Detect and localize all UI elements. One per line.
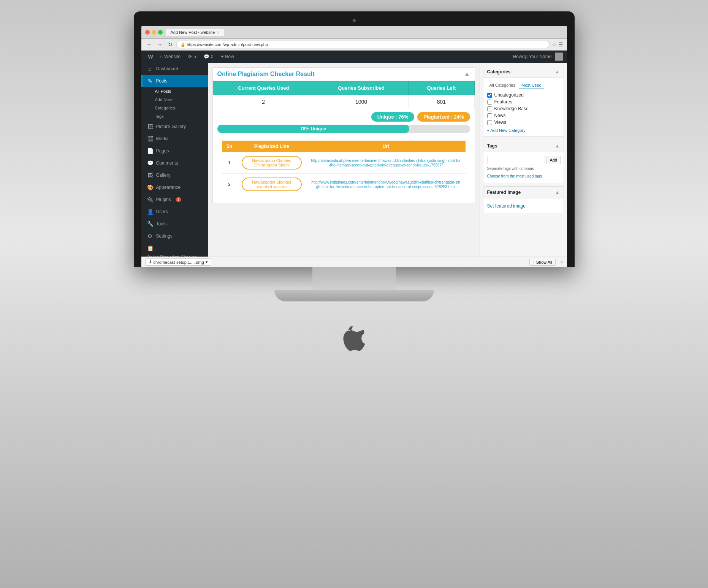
all-posts-label: All Posts	[155, 89, 171, 94]
sidebar-label-dashboard: Dashboard	[156, 66, 179, 71]
sidebar-sub-all-posts[interactable]: All Posts	[141, 87, 208, 95]
site-name-link[interactable]: ⌂ Website	[156, 51, 184, 63]
wp-logo-icon[interactable]: W	[145, 54, 156, 60]
sidebar-item-comments[interactable]: 💬 Comments	[141, 157, 208, 169]
main-panel: Online Plagiarism Checker Result ▲ Curre…	[208, 63, 480, 257]
minimize-button[interactable]	[152, 30, 156, 35]
maximize-button[interactable]	[158, 30, 163, 35]
bookmark-button[interactable]: ☆	[552, 41, 557, 48]
all-categories-tab[interactable]: All Categories	[487, 82, 518, 89]
most-used-tags-link[interactable]: Choose from the most used tags	[487, 174, 542, 178]
sidebar-item-picture-gallery[interactable]: 🖼 Picture Gallery	[141, 120, 208, 133]
set-featured-image-link[interactable]: Set featured image	[487, 203, 526, 209]
avatar	[555, 52, 563, 61]
sidebar-label-plagiarism: Online Plagiarism Checker	[147, 254, 196, 257]
sidebar-item-users[interactable]: 👤 Users	[141, 206, 208, 218]
sidebar-item-gallery[interactable]: 🖼 Gallery	[141, 169, 208, 181]
sidebar-item-dashboard[interactable]: ⌂ Dashboard	[141, 63, 208, 75]
tag-add-button[interactable]: Add	[546, 156, 561, 164]
sidebar-item-plagiarism-checker[interactable]: 📋 Online Plagiarism Checker	[141, 242, 208, 257]
sidebar-item-appearance[interactable]: 🎨 Appearance	[141, 181, 208, 193]
categories-toggle-icon[interactable]: ▲	[555, 69, 560, 74]
comments-icon: 💬	[204, 54, 209, 59]
category-checkbox[interactable]	[487, 113, 492, 118]
gallery-icon: 🖼	[147, 172, 153, 178]
monitor-shell: Add New Post ‹ website × ← → ↻ 🔒 https:/…	[134, 11, 575, 267]
camera	[353, 19, 356, 22]
appearance-icon: 🎨	[147, 184, 153, 190]
download-bar: ⬇ chromecast-setup.1.....dmg ▾ ↑ Show Al…	[141, 257, 567, 267]
table-row: 1Nawazuddin Clarifies Chitrangada Singhh…	[222, 152, 466, 174]
sidebar-item-tools[interactable]: 🔧 Tools	[141, 218, 208, 230]
sidebar-item-pages[interactable]: 📄 Pages	[141, 145, 208, 157]
sidebar-item-posts[interactable]: ✎ Posts	[141, 75, 208, 87]
home-icon: ⌂	[160, 54, 163, 59]
comments-link[interactable]: 💬 0	[200, 51, 217, 63]
modal-title: Online Plagiarism Checker Result	[217, 71, 315, 78]
tag-input[interactable]	[487, 156, 545, 164]
dashboard-icon: ⌂	[147, 66, 153, 72]
plagiarized-line-badge: Nawazuddin Siddiqui reveals it was not	[242, 178, 302, 191]
sidebar-label-tools: Tools	[156, 221, 167, 227]
featured-image-header[interactable]: Featured Image ▲	[483, 187, 564, 198]
sidebar-item-media[interactable]: 🎬 Media	[141, 133, 208, 145]
category-label: Uncategorized	[494, 92, 524, 98]
category-item: Views	[487, 120, 560, 125]
refresh-button[interactable]: ↻	[166, 41, 174, 48]
category-checkbox[interactable]	[487, 120, 492, 125]
apple-logo-icon	[343, 324, 366, 356]
new-content-button[interactable]: + New	[217, 51, 238, 63]
category-checkbox[interactable]	[487, 106, 492, 111]
monitor-stand-base	[274, 290, 434, 301]
posts-icon: ✎	[147, 78, 153, 84]
tags-label: Tags	[155, 114, 164, 119]
address-bar[interactable]: 🔒 https://website.com/wp-admin/post-new.…	[176, 41, 550, 48]
categories-header[interactable]: Categories ▲	[483, 66, 564, 78]
featured-image-body: Set featured image	[483, 198, 564, 213]
sidebar-item-plugins[interactable]: 🔌 Plugins 3	[141, 193, 208, 206]
most-used-tab[interactable]: Most Used	[519, 82, 544, 89]
tags-header[interactable]: Tags ▲	[483, 140, 564, 152]
tab-close-icon[interactable]: ×	[217, 30, 219, 35]
modal-close-icon[interactable]: ▲	[464, 71, 470, 78]
result-url-link[interactable]: http://abpasmita.abplive.in/entertainmen…	[311, 158, 461, 167]
category-checkbox[interactable]	[487, 100, 492, 105]
sidebar-label-users: Users	[156, 209, 168, 214]
sidebar-sub-tags[interactable]: Tags	[141, 112, 208, 120]
sidebar-label-comments: Comments	[156, 160, 178, 166]
add-new-category-link[interactable]: + Add New Category	[487, 128, 560, 133]
close-button[interactable]	[145, 30, 150, 35]
download-file-icon: ⬇	[149, 260, 152, 265]
table-row: 2Nawazuddin Siddiqui reveals it was noth…	[222, 174, 466, 195]
featured-image-toggle-icon[interactable]: ▲	[555, 190, 560, 195]
tag-input-row: Add	[487, 156, 560, 164]
sidebar-sub-categories[interactable]: Categories	[141, 104, 208, 112]
sidebar-item-settings[interactable]: ⚙ Settings	[141, 230, 208, 242]
download-item[interactable]: ⬇ chromecast-setup.1.....dmg ▾	[145, 258, 211, 266]
category-checkbox[interactable]	[487, 93, 492, 98]
close-download-icon[interactable]: ×	[560, 259, 563, 265]
forward-button[interactable]: →	[156, 41, 164, 48]
wp-admin-bar: W ⌂ Website ⟳ 5 💬 0 + New Howdy, Your	[141, 51, 567, 63]
progress-label: 76% Unique	[300, 126, 326, 132]
result-line: Nawazuddin Siddiqui reveals it was not	[237, 174, 306, 195]
featured-image-section: Featured Image ▲ Set featured image	[483, 186, 564, 213]
browser-tab[interactable]: Add New Post ‹ website ×	[166, 28, 225, 36]
menu-button[interactable]: ☰	[558, 41, 563, 48]
col-header-queries-left: Queries Left	[409, 81, 474, 95]
sidebar-sub-add-new[interactable]: Add New	[141, 95, 208, 104]
result-url-link[interactable]: http://www.indiatimes.com/entertainment/…	[311, 180, 460, 189]
updates-link[interactable]: ⟳ 5	[184, 51, 200, 63]
updates-count: 5	[193, 54, 196, 59]
category-item: News	[487, 113, 560, 118]
col-header-sn: Sn	[222, 141, 237, 152]
tools-icon: 🔧	[147, 221, 153, 227]
sidebar-label-picture-gallery: Picture Gallery	[156, 124, 186, 129]
sidebar-label-gallery: Gallery	[156, 173, 171, 178]
sidebar-label-plugins: Plugins	[156, 197, 171, 202]
category-item: Features	[487, 99, 560, 105]
tags-toggle-icon[interactable]: ▲	[555, 143, 560, 149]
show-all-button[interactable]: ↑ Show All	[529, 259, 556, 266]
stats-table: Current Queries Used Queries Subscribed …	[213, 81, 475, 109]
back-button[interactable]: ←	[145, 41, 154, 48]
